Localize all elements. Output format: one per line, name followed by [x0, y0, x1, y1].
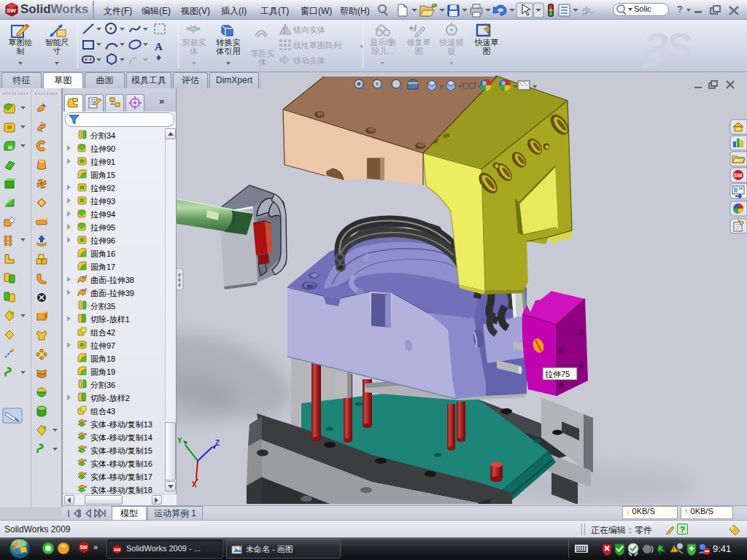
svg-text:拉伸75: 拉伸75: [545, 370, 570, 378]
svg-text:少..: 少..: [582, 6, 595, 15]
svg-text:SW: SW: [7, 7, 16, 14]
svg-text:X: X: [192, 481, 197, 489]
svg-text:!: !: [673, 547, 674, 552]
svg-text:SW: SW: [734, 173, 743, 178]
svg-text:Z: Z: [215, 439, 220, 447]
svg-text:!: !: [283, 26, 286, 34]
svg-text:»: »: [93, 542, 98, 551]
svg-text:A: A: [155, 41, 163, 52]
svg-text:SW: SW: [114, 548, 121, 552]
svg-text:Y: Y: [177, 437, 182, 445]
svg-text:+/: +/: [409, 23, 417, 34]
svg-text:SW: SW: [80, 545, 88, 550]
